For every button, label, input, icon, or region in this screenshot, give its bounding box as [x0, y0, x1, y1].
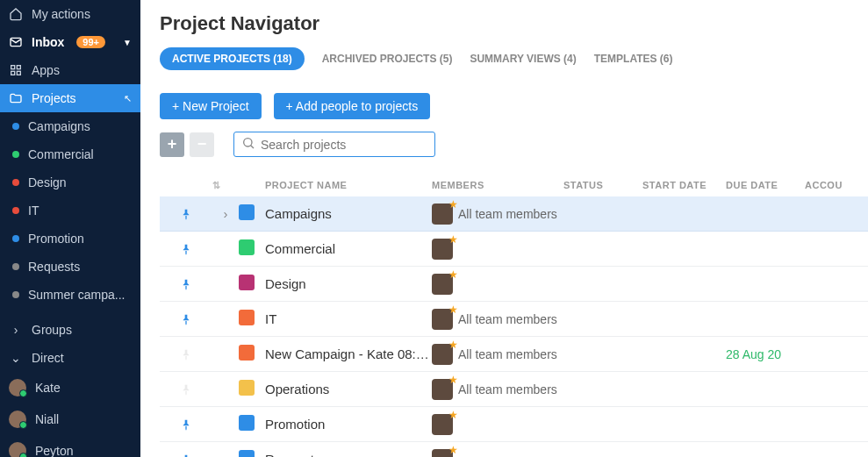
direct-message-item[interactable]: Niall [0, 403, 140, 435]
table-row[interactable]: Promotion ★ [160, 407, 868, 442]
members-text: All team members [458, 382, 557, 396]
avatar: ★ [432, 414, 453, 435]
table-row[interactable]: New Campaign - Kate 08:30... ★All team m… [160, 337, 868, 372]
project-label: Requests [28, 260, 80, 274]
sidebar-project-item[interactable]: Design [0, 168, 140, 196]
table-row[interactable]: Design ★ [160, 267, 868, 302]
project-color [239, 380, 255, 396]
grid-icon [9, 63, 23, 77]
members-cell[interactable]: ★ [432, 274, 563, 295]
project-color [239, 310, 255, 325]
project-name[interactable]: Operations [265, 382, 432, 396]
members-cell[interactable]: ★ [432, 414, 563, 435]
project-name[interactable]: Commercial [265, 241, 432, 256]
star-icon: ★ [448, 374, 458, 386]
project-name[interactable]: IT [265, 311, 432, 326]
project-name[interactable]: Design [265, 276, 432, 291]
nav-inbox[interactable]: Inbox99+▼ [0, 28, 140, 56]
svg-point-5 [244, 139, 252, 146]
direct-message-item[interactable]: Peyton [0, 435, 140, 457]
collapse-groups-button[interactable]: − [190, 132, 214, 157]
table-row[interactable]: Requests ★ [160, 442, 868, 457]
members-cell[interactable]: ★All team members [432, 204, 563, 225]
project-color-dot [12, 263, 19, 270]
new-project-button[interactable]: + New Project [160, 93, 262, 119]
expand-groups-button[interactable]: + [160, 132, 184, 157]
svg-rect-3 [11, 71, 15, 75]
project-label: IT [28, 204, 39, 218]
project-name[interactable]: Campaigns [265, 206, 432, 221]
svg-rect-4 [17, 71, 20, 75]
tab[interactable]: SUMMARY VIEWS (4) [470, 53, 576, 65]
nav-label: Groups [32, 323, 72, 337]
pin-icon[interactable] [160, 312, 212, 326]
avatar: ★ [432, 449, 453, 458]
project-name[interactable]: Requests [265, 452, 432, 457]
sidebar-project-item[interactable]: Summer campa... [0, 281, 140, 309]
search-input[interactable] [261, 138, 427, 152]
sidebar-project-item[interactable]: IT [0, 196, 140, 225]
search-box[interactable] [233, 132, 435, 157]
members-cell[interactable]: ★All team members [432, 344, 563, 365]
direct-label: Niall [35, 412, 59, 426]
sort-icon[interactable]: ⇅ [212, 180, 239, 191]
sidebar: My actionsInbox99+▼Apps Projects ↖ Campa… [0, 0, 140, 457]
project-label: Campaigns [28, 119, 90, 133]
project-name[interactable]: New Campaign - Kate 08:30... [265, 346, 432, 361]
nav-my-actions[interactable]: My actions [0, 0, 140, 28]
direct-message-item[interactable]: Kate [0, 372, 140, 403]
pin-icon[interactable] [160, 453, 212, 458]
nav-label: Apps [32, 63, 60, 77]
sidebar-project-item[interactable]: Requests [0, 253, 140, 281]
table-row[interactable]: Commercial ★ [160, 232, 868, 267]
sidebar-project-item[interactable]: Campaigns [0, 112, 140, 140]
sidebar-project-item[interactable]: Commercial [0, 140, 140, 168]
tab[interactable]: ACTIVE PROJECTS (18) [160, 47, 305, 70]
star-icon: ★ [448, 409, 458, 421]
tab[interactable]: TEMPLATES (6) [594, 53, 673, 65]
members-cell[interactable]: ★All team members [432, 309, 563, 330]
chevron-down-icon[interactable]: ▼ [123, 38, 132, 47]
project-name[interactable]: Promotion [265, 417, 432, 432]
project-color-dot [12, 207, 19, 214]
pin-icon[interactable] [160, 277, 212, 291]
nav-apps[interactable]: Apps [0, 56, 140, 84]
members-cell[interactable]: ★All team members [432, 379, 563, 400]
expand-icon[interactable]: › [212, 206, 239, 221]
table-row[interactable]: › Campaigns ★All team members [160, 196, 868, 232]
sidebar-project-item[interactable]: Promotion [0, 225, 140, 253]
star-icon: ★ [448, 339, 458, 351]
members-cell[interactable]: ★ [432, 239, 563, 260]
direct-label: Kate [35, 381, 61, 395]
pin-icon[interactable] [160, 382, 212, 396]
nav-projects[interactable]: Projects ↖ [0, 84, 140, 112]
pin-icon[interactable] [160, 418, 212, 432]
project-color [239, 415, 255, 431]
chevron-right-icon: › [9, 323, 23, 337]
avatar [9, 411, 26, 428]
main-content: Project Navigator ACTIVE PROJECTS (18)AR… [140, 0, 868, 457]
star-icon: ★ [448, 198, 458, 211]
nav-groups[interactable]: › Groups [0, 316, 140, 344]
project-color [239, 450, 255, 457]
project-label: Commercial [28, 147, 94, 161]
page-title: Project Navigator [160, 12, 868, 35]
nav-label: Projects [32, 91, 76, 105]
table-row[interactable]: Operations ★All team members [160, 372, 868, 407]
project-label: Summer campa... [28, 288, 125, 302]
nav-direct[interactable]: ⌄ Direct [0, 344, 140, 372]
pin-icon[interactable] [160, 207, 212, 221]
avatar [9, 442, 26, 457]
tab[interactable]: ARCHIVED PROJECTS (5) [322, 53, 453, 65]
table-row[interactable]: IT ★All team members [160, 302, 868, 337]
members-cell[interactable]: ★ [432, 449, 563, 458]
project-color [239, 275, 255, 290]
project-color-dot [12, 291, 19, 298]
nav-label: My actions [32, 7, 90, 21]
project-label: Design [28, 175, 67, 189]
mail-icon [9, 35, 23, 49]
add-people-button[interactable]: + Add people to projects [274, 93, 431, 119]
pin-icon[interactable] [160, 347, 212, 361]
members-text: All team members [458, 347, 557, 361]
pin-icon[interactable] [160, 242, 212, 256]
